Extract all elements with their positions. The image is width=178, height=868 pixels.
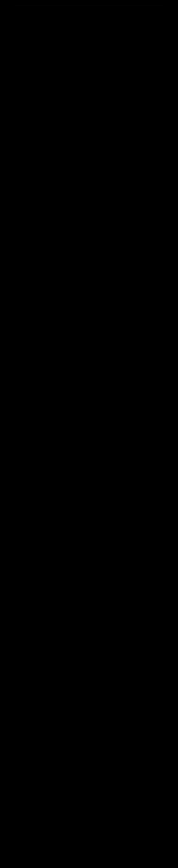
y-axis-line-right bbox=[164, 4, 164, 44]
spectrogram-panel bbox=[0, 0, 178, 59]
spectrogram-canvas bbox=[14, 4, 164, 44]
spectrogram-stack bbox=[0, 0, 178, 868]
